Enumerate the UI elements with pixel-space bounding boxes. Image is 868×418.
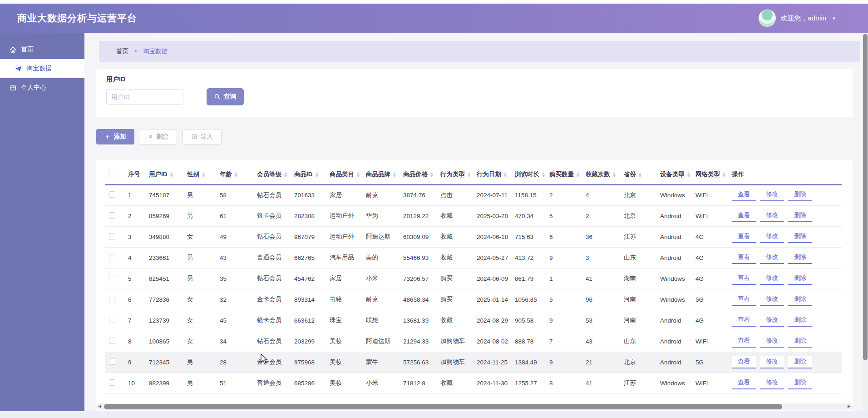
edit-link[interactable]: 修改 [760, 273, 784, 285]
edit-link[interactable]: 修改 [760, 377, 784, 389]
row-checkbox[interactable] [109, 254, 115, 260]
row-checkbox[interactable] [109, 275, 115, 281]
sort-icon[interactable]: ▲▼ [612, 172, 616, 178]
table-cell: 662765 [291, 247, 326, 268]
column-header[interactable]: 收藏次数▲▼ [582, 165, 620, 184]
avatar[interactable] [759, 10, 776, 27]
sort-icon[interactable]: ▲▼ [542, 172, 545, 178]
row-checkbox[interactable] [109, 317, 115, 323]
column-header[interactable]: 行为日期▲▼ [473, 165, 511, 184]
delete-link[interactable]: 删除 [788, 189, 812, 201]
column-header[interactable]: 网络类型▲▼ [692, 165, 728, 184]
edit-link[interactable]: 修改 [760, 252, 784, 264]
sort-icon[interactable]: ▲▼ [315, 172, 319, 178]
row-checkbox[interactable] [109, 296, 115, 302]
table-cell: 35 [216, 268, 253, 289]
sort-icon[interactable]: ▲▼ [430, 172, 434, 178]
chevron-down-icon[interactable]: ▼ [832, 16, 836, 21]
view-link[interactable]: 查看 [732, 210, 756, 222]
column-header[interactable]: 浏览时长▲▼ [511, 165, 546, 184]
column-header[interactable]: 设备类型▲▼ [656, 165, 692, 184]
table-cell: 5 [546, 289, 582, 310]
sort-icon[interactable]: ▲▼ [393, 172, 396, 178]
row-checkbox[interactable] [109, 233, 115, 239]
column-header[interactable]: 性别▲▼ [183, 165, 216, 184]
table-cell: 45 [216, 310, 253, 331]
table-cell: 715.63 [511, 226, 546, 247]
row-checkbox[interactable] [109, 212, 115, 219]
sort-icon[interactable]: ▲▼ [722, 172, 726, 178]
delete-link[interactable]: 删除 [788, 273, 812, 285]
delete-link[interactable]: 删除 [788, 210, 812, 222]
horizontal-scrollbar[interactable]: ◀ ▶ [96, 403, 853, 410]
scroll-right-icon[interactable]: ▶ [848, 404, 851, 408]
delete-link[interactable]: 删除 [788, 252, 812, 264]
column-header[interactable]: 会员等级▲▼ [253, 165, 291, 184]
delete-link[interactable]: 删除 [788, 335, 812, 348]
delete-link[interactable]: 删除 [788, 377, 812, 389]
column-header[interactable]: 用户ID▲▼ [145, 165, 183, 184]
table-cell: 女 [183, 310, 216, 331]
sidebar-item-profile[interactable]: 个人中心 [0, 78, 84, 97]
view-link[interactable]: 查看 [732, 314, 756, 327]
edit-link[interactable]: 修改 [760, 189, 784, 201]
edit-link[interactable]: 修改 [760, 314, 784, 327]
view-link[interactable]: 查看 [732, 377, 756, 389]
view-link[interactable]: 查看 [732, 273, 756, 285]
edit-link[interactable]: 修改 [760, 294, 784, 306]
column-header[interactable]: 商品品牌▲▼ [362, 165, 399, 184]
column-header[interactable]: 年龄▲▼ [216, 165, 253, 184]
sidebar-item-taobao-data[interactable]: 淘宝数据 [0, 59, 84, 78]
vertical-scrollbar[interactable] [862, 33, 868, 418]
column-header[interactable]: 购买数量▲▼ [546, 165, 582, 184]
sort-icon[interactable]: ▲▼ [356, 172, 360, 178]
sort-icon[interactable]: ▲▼ [284, 172, 287, 178]
sort-icon[interactable]: ▲▼ [576, 172, 580, 178]
view-link[interactable]: 查看 [732, 189, 756, 201]
edit-link[interactable]: 修改 [760, 335, 784, 348]
row-checkbox[interactable] [109, 379, 115, 386]
horizontal-scroll-thumb[interactable] [104, 404, 782, 409]
table-row: 8100865女34钻石会员203299美妆阿迪达斯21294.33加购物车20… [105, 331, 842, 352]
sort-icon[interactable]: ▲▼ [234, 172, 238, 178]
sort-icon[interactable]: ▲▼ [170, 172, 173, 178]
column-header[interactable]: 行为类型▲▼ [437, 165, 473, 184]
sort-icon[interactable]: ▲▼ [687, 172, 690, 178]
view-link[interactable]: 查看 [732, 356, 756, 368]
table-cell: 5 [124, 268, 145, 289]
column-header[interactable]: 省份▲▼ [620, 165, 656, 184]
delete-button[interactable]: ✕ 删除 [140, 129, 177, 144]
search-button[interactable]: 查询 [207, 88, 244, 105]
import-button[interactable]: 导入 [182, 129, 222, 144]
view-link[interactable]: 查看 [732, 294, 756, 306]
row-checkbox[interactable] [109, 358, 115, 365]
sort-icon[interactable]: ▲▼ [202, 172, 205, 178]
view-link[interactable]: 查看 [732, 231, 756, 243]
delete-link[interactable]: 删除 [788, 231, 812, 243]
add-button[interactable]: ＋ 添加 [96, 129, 134, 144]
column-header[interactable]: 商品价格▲▼ [399, 165, 437, 184]
sidebar-item-home[interactable]: 首页 [0, 40, 84, 59]
view-link[interactable]: 查看 [732, 335, 756, 348]
row-checkbox[interactable] [109, 191, 115, 198]
column-header[interactable]: 商品类目▲▼ [326, 165, 362, 184]
sort-icon[interactable]: ▲▼ [503, 172, 507, 178]
search-input[interactable] [106, 89, 183, 104]
delete-link[interactable]: 删除 [788, 314, 812, 327]
edit-link[interactable]: 修改 [760, 356, 784, 368]
sort-icon[interactable]: ▲▼ [467, 172, 471, 178]
select-all-checkbox[interactable] [109, 171, 115, 177]
table-cell: Windows [656, 373, 692, 393]
scroll-left-icon[interactable]: ◀ [98, 404, 101, 408]
edit-link[interactable]: 修改 [760, 231, 784, 243]
delete-link[interactable]: 删除 [788, 294, 812, 306]
edit-link[interactable]: 修改 [760, 210, 784, 222]
column-header[interactable]: 商品ID▲▼ [291, 165, 326, 184]
sort-icon[interactable]: ▲▼ [638, 172, 642, 178]
vertical-scroll-thumb[interactable] [863, 34, 868, 360]
view-link[interactable]: 查看 [732, 252, 756, 264]
breadcrumb-home-link[interactable]: 首页 [116, 47, 128, 55]
row-checkbox[interactable] [109, 338, 115, 344]
delete-link[interactable]: 删除 [788, 356, 812, 368]
user-menu[interactable]: 欢迎您，admin ▼ [759, 10, 836, 27]
